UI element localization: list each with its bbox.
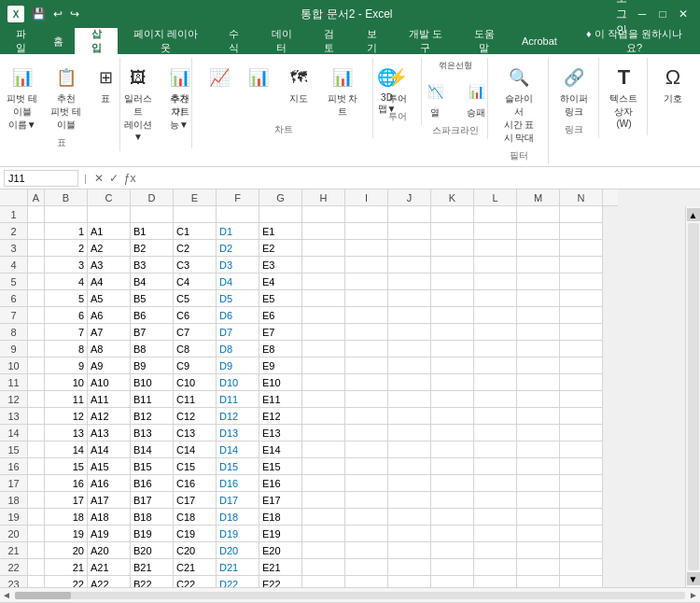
h-scroll-thumb[interactable]: [15, 592, 71, 599]
grid-cell[interactable]: D17: [217, 492, 259, 509]
grid-cell[interactable]: B14: [131, 442, 174, 458]
grid-cell[interactable]: 6: [45, 307, 88, 324]
grid-cell[interactable]: [431, 324, 474, 341]
tours-button[interactable]: ⚡ 투어: [378, 60, 417, 108]
redo-button[interactable]: ↪: [68, 6, 81, 22]
grid-cell[interactable]: C21: [174, 559, 217, 576]
grid-cell[interactable]: [560, 223, 603, 240]
grid-cell[interactable]: D19: [217, 526, 259, 542]
grid-cell[interactable]: C12: [174, 408, 217, 425]
grid-cell[interactable]: [431, 290, 474, 307]
grid-cell[interactable]: D18: [217, 509, 259, 526]
grid-cell[interactable]: [560, 240, 603, 257]
grid-cell[interactable]: [431, 458, 474, 475]
grid-cell[interactable]: [517, 542, 560, 559]
grid-cell[interactable]: [388, 206, 431, 223]
grid-cell[interactable]: D7: [217, 324, 259, 341]
grid-cell[interactable]: [88, 206, 131, 223]
grid-cell[interactable]: [560, 257, 603, 273]
grid-cell[interactable]: [517, 206, 560, 223]
grid-cell[interactable]: D12: [217, 408, 259, 425]
grid-cell[interactable]: D8: [217, 341, 259, 358]
grid-cell[interactable]: [388, 542, 431, 559]
grid-cell[interactable]: E5: [259, 290, 302, 307]
grid-cell[interactable]: [388, 307, 431, 324]
grid-cell[interactable]: 21: [45, 559, 88, 576]
grid-cell[interactable]: C16: [174, 475, 217, 492]
grid-cell[interactable]: [474, 240, 517, 257]
grid-cell[interactable]: [302, 526, 345, 542]
grid-cell[interactable]: [302, 458, 345, 475]
grid-cell[interactable]: [474, 391, 517, 408]
grid-cell[interactable]: [388, 374, 431, 391]
grid-cell[interactable]: [560, 341, 603, 358]
grid-cell[interactable]: E8: [259, 341, 302, 358]
grid-cell[interactable]: B12: [131, 408, 174, 425]
grid-cell[interactable]: [131, 206, 174, 223]
grid-cell[interactable]: [474, 257, 517, 273]
grid-cell[interactable]: [431, 240, 474, 257]
grid-cell[interactable]: C1: [174, 223, 217, 240]
grid-cell[interactable]: [388, 408, 431, 425]
undo-button[interactable]: ↩: [51, 6, 64, 22]
grid-cell[interactable]: A5: [88, 290, 131, 307]
grid-cell[interactable]: [28, 240, 45, 257]
grid-cell[interactable]: D14: [217, 442, 259, 458]
grid-cell[interactable]: B8: [131, 341, 174, 358]
grid-cell[interactable]: 17: [45, 492, 88, 509]
grid-cell[interactable]: B22: [131, 576, 174, 587]
vertical-scrollbar[interactable]: ▲ ▼: [685, 206, 700, 587]
grid-cell[interactable]: [217, 206, 259, 223]
grid-cell[interactable]: [302, 206, 345, 223]
grid-cell[interactable]: B4: [131, 273, 174, 290]
grid-cell[interactable]: [28, 576, 45, 587]
grid-cell[interactable]: [45, 206, 88, 223]
grid-cell[interactable]: [345, 492, 388, 509]
grid-cell[interactable]: E3: [259, 257, 302, 273]
grid-cell[interactable]: B13: [131, 425, 174, 442]
grid-cell[interactable]: [302, 425, 345, 442]
grid-cell[interactable]: [431, 257, 474, 273]
grid-cell[interactable]: A18: [88, 509, 131, 526]
grid-cell[interactable]: A20: [88, 542, 131, 559]
grid-cell[interactable]: [474, 290, 517, 307]
grid-cell[interactable]: B6: [131, 307, 174, 324]
grid-cell[interactable]: [388, 492, 431, 509]
grid-cell[interactable]: [431, 542, 474, 559]
grid-cell[interactable]: [517, 509, 560, 526]
line-chart-button[interactable]: 📈: [201, 60, 238, 95]
grid-cell[interactable]: [28, 559, 45, 576]
recommend-pivot-button[interactable]: 📋 추천피벗 테이블: [45, 60, 87, 134]
login-button[interactable]: 로그인: [612, 5, 631, 23]
grid-cell[interactable]: [388, 458, 431, 475]
grid-cell[interactable]: 16: [45, 475, 88, 492]
grid-cell[interactable]: [388, 273, 431, 290]
grid-cell[interactable]: [388, 257, 431, 273]
grid-cell[interactable]: [474, 475, 517, 492]
name-box[interactable]: [4, 170, 78, 187]
grid-cell[interactable]: [302, 240, 345, 257]
grid-cell[interactable]: C19: [174, 526, 217, 542]
grid-cell[interactable]: [302, 509, 345, 526]
grid-cell[interactable]: [431, 358, 474, 374]
hyperlink-button[interactable]: 🔗 하이퍼링크: [554, 60, 594, 121]
scroll-right-btn[interactable]: ►: [689, 590, 698, 600]
grid-cell[interactable]: [517, 324, 560, 341]
grid-cell[interactable]: [28, 458, 45, 475]
grid-cell[interactable]: [302, 257, 345, 273]
grid-cell[interactable]: E19: [259, 526, 302, 542]
grid-cell[interactable]: [302, 341, 345, 358]
grid-cell[interactable]: [28, 307, 45, 324]
grid-cell[interactable]: [560, 408, 603, 425]
grid-cell[interactable]: [517, 374, 560, 391]
scroll-left-btn[interactable]: ◄: [2, 590, 11, 600]
sparkline-line-button[interactable]: 📉 열: [415, 74, 455, 122]
grid-cell[interactable]: [474, 509, 517, 526]
grid-cell[interactable]: [517, 358, 560, 374]
grid-cell[interactable]: 2: [45, 240, 88, 257]
grid-cell[interactable]: 19: [45, 526, 88, 542]
grid-cell[interactable]: C2: [174, 240, 217, 257]
grid-cell[interactable]: [431, 526, 474, 542]
grid-cell[interactable]: [302, 408, 345, 425]
grid-cell[interactable]: [388, 509, 431, 526]
